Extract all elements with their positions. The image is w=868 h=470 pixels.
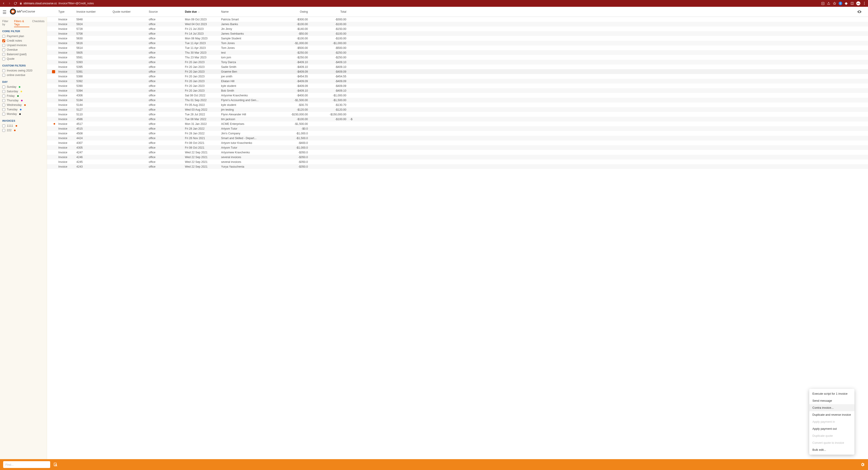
checkbox-input[interactable] <box>2 108 5 111</box>
col-invoice-number[interactable]: Invoice number <box>74 10 111 13</box>
checkbox-input[interactable] <box>2 49 5 51</box>
table-row[interactable]: Invoice5390officeFri 20 Jan 2023kyle stu… <box>47 84 868 88</box>
checkbox-input[interactable] <box>2 104 5 107</box>
table-row[interactable]: Invoice5616officeTue 11 Apr 2023Tom Jone… <box>47 41 868 46</box>
filter-checkbox[interactable]: Quote <box>2 57 44 61</box>
checkbox-input[interactable] <box>2 90 5 93</box>
share-icon[interactable] <box>827 2 831 5</box>
context-menu-item[interactable]: Execute script for 1 invoice <box>809 390 855 397</box>
table-row[interactable]: Invoice5392officeFri 20 Jan 2023Eliatan … <box>47 79 868 84</box>
install-icon[interactable] <box>821 2 825 5</box>
find-related-icon[interactable] <box>53 462 58 468</box>
table-row[interactable]: Invoice4243officeWed 22 Sep 2021Yurya Ya… <box>47 164 868 169</box>
table-row[interactable]: Invoice5948officeMon 09 Oct 2023Patricia… <box>47 17 868 22</box>
table-row[interactable]: Invoice4306officeSat 08 Oct 2022Artyomw … <box>47 93 868 98</box>
window-icon[interactable] <box>850 2 854 5</box>
app-logo[interactable]: ish®onCourse <box>9 7 47 16</box>
filter-checkbox[interactable]: Credit notes <box>2 38 44 43</box>
table-row[interactable]: Invoice4586officeTue 08 Mar 2022tim jack… <box>47 117 868 121</box>
table-row[interactable]: Invoice5614officeTue 11 Apr 2023Tom Jone… <box>47 46 868 50</box>
table-row[interactable]: Invoice5393officeFri 20 Jan 2023Tony Dan… <box>47 60 868 64</box>
col-name[interactable]: Name <box>219 10 271 13</box>
checkbox-input[interactable] <box>2 39 5 42</box>
table-row[interactable]: Invoice5708officeFri 14 Jul 2023James Sw… <box>47 31 868 36</box>
table-row[interactable]: Invoice4305officeFri 08 Oct 2021Artyom T… <box>47 145 868 150</box>
filter-checkbox[interactable]: Payment plan <box>2 34 44 38</box>
table-row[interactable]: Invoice5110officeTue 26 Jul 2022Flynn Al… <box>47 112 868 117</box>
col-date-due[interactable]: Date due↓ <box>183 10 219 13</box>
checkbox-input[interactable] <box>2 57 5 60</box>
checkbox-input[interactable] <box>2 69 5 72</box>
reload-icon[interactable] <box>13 2 17 5</box>
ext-1password-icon[interactable]: 0 <box>839 2 842 5</box>
menu-icon[interactable]: ☰ <box>2 9 6 15</box>
table-row[interactable]: Invoice5728officeFri 21 Jul 2023Jin Jinn… <box>47 26 868 31</box>
filter-checkbox[interactable]: Balanced (paid) <box>2 52 44 57</box>
filter-checkbox[interactable]: Saturday <box>2 89 44 94</box>
table-row[interactable]: Invoice5395officeFri 20 Jan 2023Sadie Sm… <box>47 64 868 69</box>
context-menu-item[interactable]: Bulk edit... <box>809 446 855 453</box>
table-row[interactable]: Invoice4246officeWed 22 Sep 2021several … <box>47 155 868 159</box>
forward-icon[interactable] <box>8 2 11 5</box>
profile-avatar[interactable]: ish <box>856 1 860 5</box>
address-bar[interactable]: sttrinians.cloud.oncourse.cc/invoice?fil… <box>20 2 94 5</box>
star-icon[interactable] <box>833 2 836 5</box>
table-body[interactable]: Invoice5948officeMon 09 Oct 2023Patricia… <box>47 17 868 459</box>
col-total[interactable]: Total <box>310 10 348 13</box>
table-row[interactable]: Invoice4508officeFri 28 Jan 2022Jim's Co… <box>47 131 868 136</box>
filter-checkbox[interactable]: Thursday <box>2 98 44 103</box>
checkbox-input[interactable] <box>2 113 5 116</box>
table-row[interactable]: Invoice5605officeThu 30 Mar 2023test-$25… <box>47 50 868 55</box>
tab-filters-tags[interactable]: Filters & Tags <box>14 20 29 27</box>
table-row[interactable]: Invoice4247officeWed 22 Sep 2021Artyomww… <box>47 150 868 155</box>
filter-checkbox[interactable]: 1111 <box>2 123 44 128</box>
filter-checkbox[interactable]: online overdue <box>2 73 44 77</box>
checkbox-input[interactable] <box>2 94 5 97</box>
context-menu-item[interactable]: Duplicate and reverse invoice <box>809 411 855 418</box>
table-row[interactable]: Invoice5388officeFri 20 Jan 2023joe smit… <box>47 74 868 79</box>
table-row[interactable]: Invoice5924officeWed 04 Oct 2023James Ba… <box>47 22 868 26</box>
filter-checkbox[interactable]: 222 <box>2 128 44 133</box>
extensions-icon[interactable] <box>844 2 848 5</box>
search-input[interactable]: Find... <box>3 461 50 468</box>
table-row[interactable]: Invoice4424officeFri 26 Nov 2021Smart an… <box>47 136 868 141</box>
checkbox-input[interactable] <box>2 99 5 102</box>
checkbox-input[interactable] <box>2 86 5 88</box>
table-row[interactable]: Invoice5391officeFri 20 Jan 2023Graeme B… <box>47 69 868 74</box>
context-menu-item[interactable]: Apply payment out <box>809 425 855 432</box>
table-row[interactable]: Invoice5630officeMon 08 May 2023Sample S… <box>47 36 868 41</box>
checkbox-input[interactable] <box>2 35 5 38</box>
context-menu-item[interactable]: Contra invoice... <box>809 404 855 411</box>
col-quote-number[interactable]: Quote number <box>111 10 147 13</box>
table-row[interactable]: Invoice5127officeWed 03 Aug 2022jim test… <box>47 107 868 112</box>
filter-checkbox[interactable]: Unpaid invoices <box>2 43 44 48</box>
table-row[interactable]: Invoice5394officeFri 20 Jan 2023Bob Smit… <box>47 88 868 93</box>
col-source[interactable]: Source <box>147 10 183 13</box>
filter-checkbox[interactable]: Tuesday <box>2 107 44 112</box>
kebab-icon[interactable] <box>863 2 866 5</box>
settings-icon[interactable] <box>860 462 865 467</box>
checkbox-input[interactable] <box>2 53 5 56</box>
table-row[interactable]: Invoice5184officeThu 01 Sep 2022Flynn's … <box>47 98 868 102</box>
table-row[interactable]: Invoice4307officeFri 08 Oct 2021Artyom t… <box>47 141 868 145</box>
col-type[interactable]: Type <box>57 10 74 13</box>
visibility-icon[interactable] <box>857 9 865 14</box>
filter-checkbox[interactable]: Friday <box>2 94 44 98</box>
checkbox-input[interactable] <box>2 124 5 127</box>
filter-checkbox[interactable]: Monday <box>2 112 44 116</box>
checkbox-input[interactable] <box>2 44 5 47</box>
col-owing[interactable]: Owing <box>271 10 310 13</box>
checkbox-input[interactable] <box>2 129 5 132</box>
filter-checkbox[interactable]: Sunday <box>2 85 44 89</box>
filter-checkbox[interactable]: Overdue <box>2 48 44 52</box>
table-row[interactable]: Invoice4245officeWed 22 Sep 2021several … <box>47 159 868 164</box>
filter-checkbox[interactable]: Wednesday <box>2 103 44 107</box>
table-row[interactable]: Invoice4517officeMon 31 Jan 2022ACME Ent… <box>47 121 868 126</box>
table-row[interactable]: Invoice5591officeThu 23 Mar 2023tom jom-… <box>47 55 868 60</box>
context-menu-item[interactable]: Send message <box>809 397 855 404</box>
filter-checkbox[interactable]: Invoices owing 2020 <box>2 68 44 73</box>
table-row[interactable]: Invoice5144officeFri 05 Aug 2022kyle stu… <box>47 102 868 107</box>
table-row[interactable]: Invoice4515officeFri 28 Jan 2022Artyom T… <box>47 126 868 131</box>
back-icon[interactable] <box>2 2 5 5</box>
tab-checklists[interactable]: Checklists <box>32 20 44 27</box>
